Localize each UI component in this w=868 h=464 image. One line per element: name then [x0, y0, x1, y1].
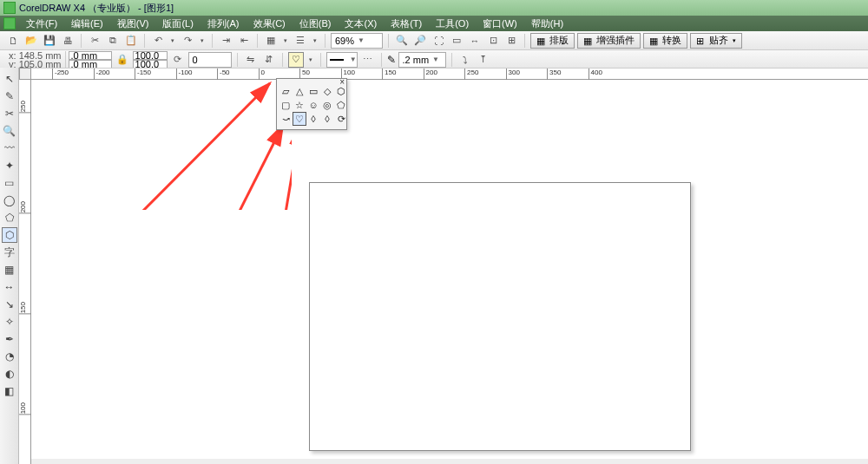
layout-button[interactable]: ▦排版	[530, 33, 575, 49]
flyout-shape-11[interactable]: ♡	[293, 112, 306, 126]
flyout-shape-13[interactable]: ◊	[320, 112, 334, 126]
close-icon[interactable]: ×	[339, 77, 345, 87]
flyout-shape-0[interactable]: ▱	[279, 84, 293, 98]
zoom-page-icon[interactable]: ▭	[449, 33, 464, 49]
snap-button[interactable]: ⊞贴齐▾	[690, 33, 742, 49]
tool-dimension[interactable]: ↔	[2, 279, 17, 295]
page[interactable]	[309, 182, 691, 451]
undo-drop-icon[interactable]: ▾	[168, 33, 177, 49]
separator	[388, 34, 389, 48]
tool-zoom[interactable]: 🔍	[2, 123, 17, 139]
height-input[interactable]: .0 mm	[69, 60, 112, 69]
ruler-tick: 0	[259, 69, 265, 81]
redo-button[interactable]: ↷	[180, 33, 195, 49]
perfect-shape-picker[interactable]: ♡	[288, 52, 304, 68]
rotation-input[interactable]: 0	[188, 52, 232, 68]
mirror-v-icon[interactable]: ⇵	[261, 52, 277, 68]
open-button[interactable]: 📂	[23, 33, 39, 49]
to-front-icon[interactable]: ⤒	[476, 52, 491, 68]
tool-freehand[interactable]: 〰	[2, 141, 17, 156]
export-button[interactable]: ⇤	[236, 33, 252, 49]
zoom-combo[interactable]: 69% ▼	[331, 33, 383, 49]
tool-smart[interactable]: ✦	[2, 158, 17, 173]
tool-text[interactable]: 字	[2, 245, 17, 260]
new-button[interactable]: 🗋	[5, 33, 21, 49]
plugin-button[interactable]: ▦增强插件	[577, 33, 641, 49]
flyout-shape-10[interactable]: ⤻	[279, 112, 293, 126]
paste-button[interactable]: 📋	[123, 33, 139, 49]
flyout-shape-3[interactable]: ◇	[320, 84, 334, 98]
zoom-fit-icon[interactable]: ⛶	[431, 33, 446, 49]
flyout-shape-6[interactable]: ☆	[293, 98, 306, 112]
tool-interactivefill[interactable]: ◧	[2, 383, 17, 399]
tool-fill[interactable]: ◐	[2, 366, 17, 382]
redo-drop-icon[interactable]: ▾	[198, 33, 207, 49]
menu-edit[interactable]: 编辑(E)	[64, 17, 110, 30]
menu-table[interactable]: 表格(T)	[384, 17, 429, 30]
line-opts-icon[interactable]: ⋯	[360, 52, 376, 68]
zoom-all-icon[interactable]: ⊞	[503, 33, 519, 49]
scaley-input[interactable]: 100.0	[133, 60, 168, 69]
flyout-shape-12[interactable]: ◊	[306, 112, 320, 126]
undo-button[interactable]: ↶	[150, 33, 166, 49]
menu-layout[interactable]: 版面(L)	[155, 17, 200, 30]
flyout-shape-1[interactable]: △	[293, 84, 306, 98]
zoom-out-icon[interactable]: 🔎	[412, 33, 428, 49]
ruler-tick: 250	[464, 69, 478, 81]
tool-outline[interactable]: ◔	[2, 349, 17, 364]
menu-bitmap[interactable]: 位图(B)	[293, 17, 339, 30]
tool-table[interactable]: ▦	[2, 262, 17, 278]
drop-icon[interactable]: ▾	[281, 33, 290, 49]
outline-width-combo[interactable]: .2 mm▼	[398, 52, 446, 68]
tool-ellipse[interactable]: ◯	[2, 193, 17, 208]
wrap-icon[interactable]: ⤵	[457, 52, 473, 68]
tool-eyedrop[interactable]: ✒	[2, 331, 17, 347]
flyout-shape-2[interactable]: ▭	[306, 84, 320, 98]
tool-effects[interactable]: ✧	[2, 314, 17, 330]
ruler-origin[interactable]	[19, 68, 31, 80]
flyout-shape-9[interactable]: ⬠	[334, 98, 348, 112]
app-launcher-icon[interactable]: ▦	[263, 33, 279, 49]
canvas-area[interactable]	[31, 80, 868, 464]
menu-effects[interactable]: 效果(C)	[247, 17, 293, 30]
shape-drop-icon[interactable]: ▾	[306, 52, 315, 68]
menu-help[interactable]: 帮助(H)	[524, 17, 570, 30]
ruler-vertical[interactable]: 250200150100	[19, 80, 31, 464]
ruler-horizontal[interactable]: -250-200-150-100-50050100150200250300350…	[19, 68, 868, 80]
separator	[257, 34, 258, 48]
import-button[interactable]: ⇥	[218, 33, 233, 49]
zoom-width-icon[interactable]: ↔	[467, 33, 483, 49]
menu-window[interactable]: 窗口(W)	[476, 17, 524, 30]
zoom-sel-icon[interactable]: ⊡	[485, 33, 501, 49]
menu-text[interactable]: 文本(X)	[338, 17, 384, 30]
flyout-shape-5[interactable]: ▢	[279, 98, 293, 112]
tool-basicshapes[interactable]: ⬡	[2, 227, 17, 243]
separator	[381, 53, 382, 67]
menu-view[interactable]: 视图(V)	[110, 17, 156, 30]
menu-file[interactable]: 文件(F)	[19, 17, 64, 30]
scrollbar-h[interactable]	[31, 459, 868, 464]
tool-pick[interactable]: ↖	[2, 71, 17, 87]
menu-tools[interactable]: 工具(O)	[429, 17, 476, 30]
convert-button[interactable]: ▦转换	[643, 33, 687, 49]
line-style-picker[interactable]: ▼	[326, 52, 358, 68]
flyout-shape-8[interactable]: ◎	[320, 98, 334, 112]
zoom-in-icon[interactable]: 🔍	[394, 33, 410, 49]
menu-arrange[interactable]: 排列(A)	[201, 17, 247, 30]
save-button[interactable]: 💾	[42, 33, 57, 49]
print-button[interactable]: 🖶	[60, 33, 76, 49]
tool-shape[interactable]: ✎	[2, 88, 17, 104]
drop-icon[interactable]: ▾	[311, 33, 319, 49]
copy-button[interactable]: ⧉	[105, 33, 121, 49]
ruler-tick: -150	[135, 69, 151, 81]
tool-crop[interactable]: ✂	[2, 106, 17, 121]
tool-poly[interactable]: ⬠	[2, 210, 17, 225]
tool-connector[interactable]: ↘	[2, 297, 17, 312]
mirror-h-icon[interactable]: ⇋	[243, 52, 259, 68]
flyout-shape-7[interactable]: ☺	[306, 98, 320, 112]
tool-rect[interactable]: ▭	[2, 175, 17, 191]
lock-icon[interactable]: 🔒	[115, 52, 130, 68]
cut-button[interactable]: ✂	[87, 33, 102, 49]
welcome-icon[interactable]: ☰	[293, 33, 308, 49]
flyout-shape-14[interactable]: ⟳	[334, 112, 348, 126]
